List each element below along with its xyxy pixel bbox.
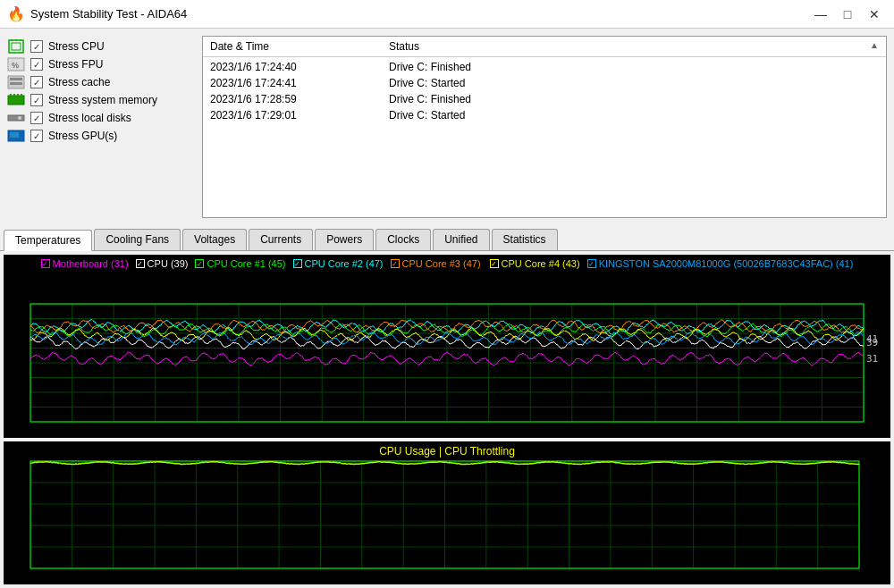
stress-item-cpu: ✓Stress CPU	[7, 39, 195, 54]
checkbox-cache[interactable]: ✓	[30, 76, 43, 88]
log-header: Date & Time Status ▲	[203, 37, 886, 57]
charts-area: ✓Motherboard (31)✓CPU (39)✓CPU Core #1 (…	[0, 251, 894, 588]
tabs-bar: TemperaturesCooling FansVoltagesCurrents…	[0, 225, 894, 251]
log-cell-status: Drive C: Finished	[389, 93, 879, 105]
log-cell-time: 2023/1/6 17:29:01	[210, 109, 389, 122]
stress-label-fpu: Stress FPU	[48, 58, 103, 71]
stress-item-disks: ✓Stress local disks	[7, 111, 195, 125]
stress-options-panel: ✓Stress CPU %✓Stress FPU ✓Stress cache ✓…	[7, 36, 195, 218]
log-rows[interactable]: 2023/1/6 17:24:40Drive C: Finished2023/1…	[203, 57, 886, 217]
tab-temperatures[interactable]: Temperatures	[4, 230, 92, 251]
stress-label-cache: Stress cache	[48, 76, 110, 88]
log-row: 2023/1/6 17:28:59Drive C: Finished	[203, 91, 886, 107]
stress-label-disks: Stress local disks	[48, 112, 131, 124]
checkbox-memory[interactable]: ✓	[30, 94, 43, 106]
svg-rect-19	[20, 133, 22, 137]
checkbox-cpu[interactable]: ✓	[30, 40, 43, 53]
maximize-button[interactable]: □	[835, 4, 860, 24]
checkbox-fpu[interactable]: ✓	[30, 58, 43, 71]
title-bar: 🔥 System Stability Test - AIDA64 — □ ✕	[0, 0, 894, 29]
log-row: 2023/1/6 17:24:40Drive C: Finished	[203, 59, 886, 75]
main-window: ✓Stress CPU %✓Stress FPU ✓Stress cache ✓…	[0, 29, 894, 588]
svg-rect-12	[13, 94, 15, 97]
title-left: 🔥 System Stability Test - AIDA64	[7, 5, 187, 22]
app-icon: 🔥	[7, 5, 25, 22]
log-row: 2023/1/6 17:29:01Drive C: Started	[203, 107, 886, 123]
checkbox-disks[interactable]: ✓	[30, 112, 43, 124]
tab-statistics[interactable]: Statistics	[492, 229, 558, 250]
usage-canvas	[4, 441, 890, 584]
svg-rect-13	[17, 94, 19, 97]
log-cell-time: 2023/1/6 17:24:40	[210, 61, 389, 73]
svg-rect-10	[8, 96, 24, 105]
log-table: Date & Time Status ▲ 2023/1/6 17:24:40Dr…	[202, 36, 887, 218]
svg-rect-9	[10, 82, 22, 85]
tab-currents[interactable]: Currents	[249, 229, 313, 250]
log-header-status: Status	[389, 40, 419, 53]
stress-icon-disks	[7, 111, 25, 125]
tab-voltages[interactable]: Voltages	[182, 229, 247, 250]
temp-canvas	[4, 255, 890, 438]
log-cell-time: 2023/1/6 17:28:59	[210, 93, 389, 105]
stress-icon-fpu: %	[7, 57, 25, 71]
sort-icon[interactable]: ▲	[870, 40, 879, 53]
svg-text:%: %	[12, 61, 19, 70]
svg-rect-11	[10, 94, 12, 97]
log-cell-status: Drive C: Started	[389, 77, 879, 89]
svg-rect-0	[9, 40, 23, 53]
stress-label-cpu: Stress CPU	[48, 40, 105, 53]
close-button[interactable]: ✕	[862, 4, 887, 24]
tab-clocks[interactable]: Clocks	[375, 229, 431, 250]
usage-chart: CPU Usage | CPU Throttling 100% 0% 100% …	[4, 441, 890, 584]
title-text: System Stability Test - AIDA64	[30, 7, 187, 21]
tab-powers[interactable]: Powers	[315, 229, 374, 250]
log-cell-status: Drive C: Finished	[389, 61, 879, 73]
stress-icon-cache	[7, 75, 25, 89]
top-section: ✓Stress CPU %✓Stress FPU ✓Stress cache ✓…	[0, 29, 894, 225]
stress-item-fpu: %✓Stress FPU	[7, 57, 195, 71]
tab-unified[interactable]: Unified	[433, 229, 489, 250]
stress-item-gpu: ✓Stress GPU(s)	[7, 129, 195, 143]
svg-point-16	[18, 116, 21, 120]
log-header-datetime: Date & Time	[210, 40, 389, 53]
svg-rect-8	[10, 78, 22, 80]
stress-icon-gpu	[7, 129, 25, 143]
temperature-chart: ✓Motherboard (31)✓CPU (39)✓CPU Core #1 (…	[4, 255, 890, 438]
stress-label-memory: Stress system memory	[48, 94, 157, 106]
stress-icon-cpu	[7, 39, 25, 54]
log-cell-status: Drive C: Started	[389, 109, 879, 122]
stress-item-cache: ✓Stress cache	[7, 75, 195, 89]
title-controls: — □ ✕	[808, 4, 887, 24]
stress-item-memory: ✓Stress system memory	[7, 93, 195, 107]
svg-rect-15	[8, 115, 24, 121]
svg-rect-14	[21, 94, 22, 97]
svg-rect-18	[10, 132, 19, 138]
stress-label-gpu: Stress GPU(s)	[48, 130, 117, 142]
log-row: 2023/1/6 17:24:41Drive C: Started	[203, 75, 886, 91]
checkbox-gpu[interactable]: ✓	[30, 130, 43, 142]
tab-cooling-fans[interactable]: Cooling Fans	[94, 229, 181, 250]
stress-icon-memory	[7, 93, 25, 107]
svg-rect-1	[12, 43, 21, 50]
minimize-button[interactable]: —	[808, 4, 833, 24]
log-cell-time: 2023/1/6 17:24:41	[210, 77, 389, 89]
